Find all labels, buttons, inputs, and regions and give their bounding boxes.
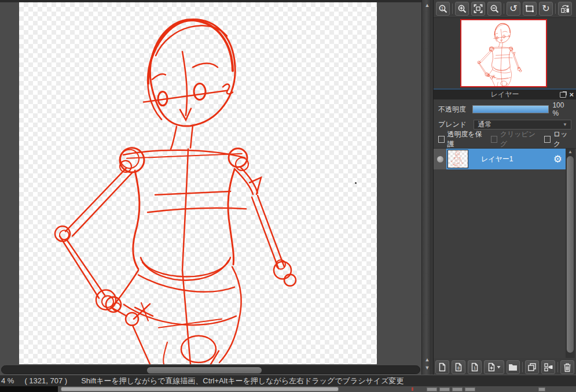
canvas-vertical-scrollbar[interactable]: ▲ ▲ ▼ [421,0,432,375]
close-icon[interactable]: × [569,91,574,98]
opacity-value: 100 % [552,101,571,117]
layer-visibility-column [434,149,446,169]
toolbar-separator [452,3,453,14]
blend-row: ブレンド 通常 ▼ [438,118,571,131]
navigator-preview [434,17,576,88]
layer-panel-title: レイヤー [491,90,519,99]
lock-checkbox[interactable]: ロック [544,130,571,149]
navigator-thumbnail[interactable] [460,19,547,87]
rotate-left-icon: ↺ [509,4,517,13]
clipping-label: クリッピング [500,130,537,149]
background-button-sliver [427,387,437,391]
toolbar-separator [522,362,523,372]
scroll-up-arrow-icon[interactable]: ▲ [422,2,432,9]
toolbar-separator [555,3,556,14]
rotate-left-button[interactable]: ↺ [507,2,520,16]
protect-alpha-label: 透明度を保護 [447,130,483,149]
badge-8: 8 [457,365,460,371]
drawing-canvas[interactable] [19,2,377,364]
rotate-right-icon: ↻ [542,4,549,13]
status-bar: 4 % ( 1321, 707 ) Shiftキーを押しながらで直線描画、Ctr… [0,375,576,386]
navigator-toolbar: 1 [434,0,576,17]
background-dark-box [0,386,58,392]
background-button-sliver [439,387,450,391]
status-cursor-coords: ( 1321, 707 ) [24,376,67,385]
blend-mode-value: 通常 [478,120,563,130]
status-zoom-value: 4 % [1,376,14,385]
badge-1: 1 [474,365,476,371]
status-hint-text: Shiftキーを押しながらで直線描画、Ctrl+Altキーを押しながら左右ドラッ… [81,376,403,386]
layer-list-scrollbar[interactable]: ▲ [566,149,575,358]
clipping-checkbox[interactable]: クリッピング [491,130,536,149]
layer-controls: 不透明度 100 % ブレンド 通常 ▼ 透明度を保護 [434,99,576,148]
layer-settings-gear-icon[interactable]: ⚙ [553,154,562,164]
zoom-actual-badge: 1 [441,6,443,10]
layer-list-scroll-thumb[interactable] [567,156,574,353]
new-layer-button[interactable] [435,360,449,374]
toolbar-separator [557,362,558,372]
scroll-down-arrow-icon[interactable]: ▼ [422,364,432,371]
add-layer-menu-button[interactable] [484,360,504,374]
scroll-up-arrow-icon[interactable]: ▲ [422,356,432,363]
layer-name: レイヤー1 [481,154,553,164]
background-button-sliver [538,387,545,391]
zoom-in-button[interactable] [455,2,469,16]
delete-layer-button[interactable] [560,360,574,374]
new-1bit-layer-button[interactable]: 1 [468,360,482,374]
background-scrollbar-sliver [61,387,339,391]
duplicate-layer-button[interactable] [525,360,539,374]
opacity-slider[interactable] [472,105,549,113]
horizontal-scroll-thumb[interactable] [147,367,262,373]
app-window: ▲ ▲ ▼ 1 [0,0,576,392]
blend-mode-select[interactable]: 通常 ▼ [474,120,571,130]
background-button-sliver [465,387,475,391]
merge-layer-button[interactable] [541,360,555,374]
checkbox-box [491,136,497,143]
layer-row-selected[interactable]: レイヤー1 ⚙ [434,149,566,169]
layer-toolbar: 8 1 [434,358,576,376]
zoom-actual-size-button[interactable]: 1 [436,2,450,16]
checkbox-box [544,136,550,143]
checkbox-box [438,136,445,143]
rotate-right-button[interactable]: ↻ [539,2,553,16]
background-red-mark [412,387,413,391]
navigator-artwork [461,20,546,86]
visibility-toggle-icon[interactable] [437,156,443,162]
popout-window-icon[interactable] [560,92,566,98]
reset-rotation-button[interactable] [523,2,537,16]
stray-dot [355,182,357,184]
new-folder-button[interactable] [507,360,520,374]
layer-option-checkboxes: 透明度を保護 クリッピング ロック [438,133,571,146]
canvas-viewport: ▲ ▲ ▼ [0,0,432,375]
fit-to-window-button[interactable] [471,2,485,16]
opacity-slider-fill [473,106,548,113]
background-window-sliver [0,386,576,392]
new-8bit-layer-button[interactable]: 8 [452,360,465,374]
scroll-up-arrow-icon[interactable]: ▲ [566,149,575,156]
lock-label: ロック [553,130,571,149]
layer-thumbnail [447,150,468,168]
opacity-label: 不透明度 [438,105,472,114]
background-button-sliver [452,387,463,391]
canvas-artwork [19,2,377,364]
chevron-down-icon: ▼ [563,122,567,127]
right-panel: 1 [432,0,576,386]
opacity-row: 不透明度 100 % [438,103,571,116]
flip-horizontal-button[interactable] [558,2,572,16]
toolbar-separator [504,3,504,14]
protect-alpha-checkbox[interactable]: 透明度を保護 [438,130,483,149]
zoom-out-button[interactable] [487,2,501,16]
layer-list: レイヤー1 ⚙ ▲ [434,148,576,358]
canvas-horizontal-scrollbar[interactable] [1,365,420,374]
layer-panel-header: レイヤー × [434,88,576,99]
blend-label: ブレンド [438,120,474,130]
